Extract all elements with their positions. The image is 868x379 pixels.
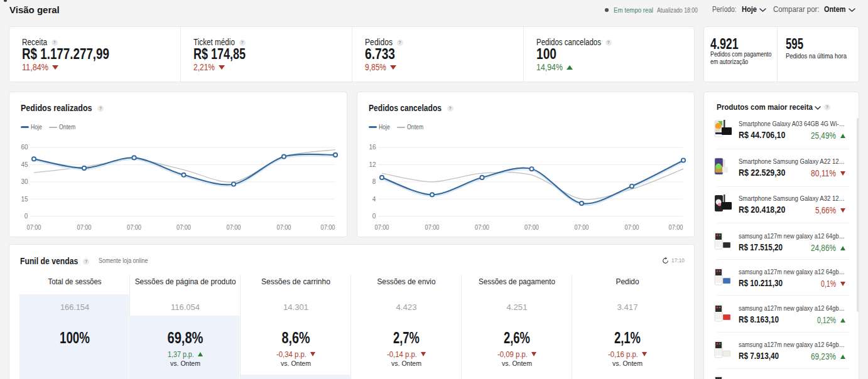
svg-text:4: 4 — [372, 196, 376, 203]
svg-text:07:00: 07:00 — [575, 224, 589, 231]
svg-text:07:00: 07:00 — [669, 224, 683, 231]
svg-text:16: 16 — [369, 144, 376, 151]
svg-text:0: 0 — [372, 213, 376, 220]
svg-text:07:00: 07:00 — [321, 224, 335, 231]
svg-text:07:00: 07:00 — [475, 224, 489, 231]
svg-text:45: 45 — [21, 161, 28, 168]
svg-text:07:00: 07:00 — [77, 224, 92, 231]
svg-text:07:00: 07:00 — [625, 224, 639, 231]
svg-text:07:00: 07:00 — [176, 224, 191, 231]
svg-text:07:00: 07:00 — [127, 224, 141, 231]
svg-text:30: 30 — [21, 178, 28, 185]
svg-text:07:00: 07:00 — [277, 224, 291, 231]
svg-text:07:00: 07:00 — [227, 224, 241, 231]
svg-text:07:00: 07:00 — [375, 224, 389, 231]
svg-text:15: 15 — [21, 196, 28, 203]
svg-text:0: 0 — [24, 213, 28, 220]
svg-text:07:00: 07:00 — [425, 224, 440, 231]
svg-text:8: 8 — [372, 178, 376, 185]
svg-text:60: 60 — [21, 144, 28, 151]
svg-text:12: 12 — [369, 161, 376, 168]
svg-text:07:00: 07:00 — [524, 224, 539, 231]
svg-text:07:00: 07:00 — [27, 224, 41, 231]
